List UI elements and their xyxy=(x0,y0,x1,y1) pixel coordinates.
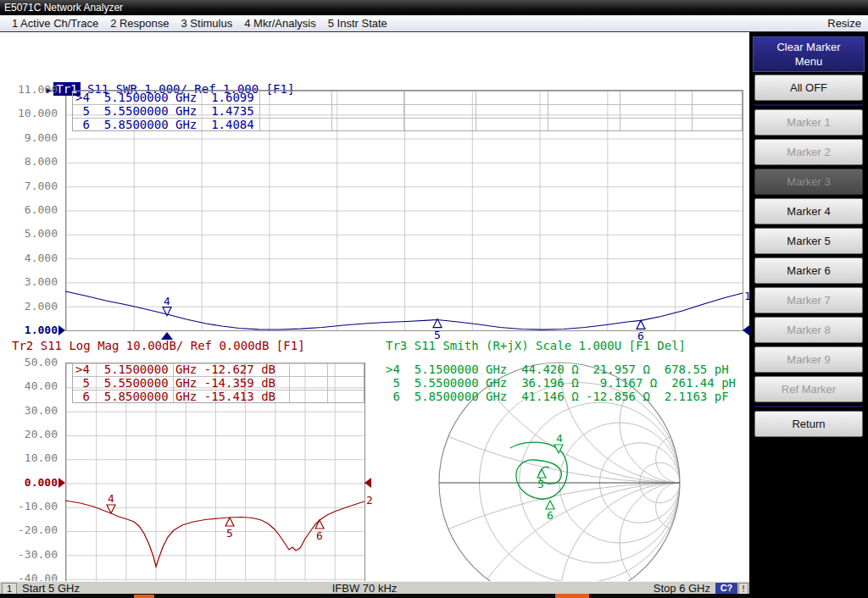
tr1-y-label: 4.000 xyxy=(5,252,58,264)
menu-item-instr-state[interactable]: 5 Instr State xyxy=(328,17,387,30)
tr2-ref-arrow-left-icon xyxy=(58,478,65,488)
tr2-y-label: 50.00 xyxy=(5,357,58,368)
tr1-ref-level-label: 1.000 xyxy=(5,324,58,336)
tr1-y-label: 9.000 xyxy=(5,132,58,144)
button-ref-marker[interactable]: Ref Marker xyxy=(754,376,863,402)
tr2-y-label: -10.00 xyxy=(5,501,58,512)
instrument-screen: E5071C Network Analyzer 1 Active Ch/Trac… xyxy=(0,0,868,598)
tr3-marker5-number: 5 xyxy=(537,478,544,490)
tr1-marker-row: 5 5.5500000 GHz 1.4735 xyxy=(75,104,254,118)
menu-item-mkr-analysis[interactable]: 4 Mkr/Analysis xyxy=(244,17,316,30)
button-marker-7[interactable]: Marker 7 xyxy=(754,287,863,313)
tr1-y-label: 6.000 xyxy=(5,204,58,216)
stop-frequency-label: Stop 6 GHz xyxy=(654,582,710,595)
tr1-y-label: 11.000 xyxy=(5,84,58,96)
tr3-marker4-icon[interactable] xyxy=(554,445,563,453)
menu-item-resize[interactable]: Resize xyxy=(827,15,861,31)
button-marker-1[interactable]: Marker 1 xyxy=(754,109,863,136)
tr3-marker5-icon[interactable] xyxy=(537,469,546,478)
tr2-ref-arrow-right-icon xyxy=(364,478,371,488)
tr3-marker4-number: 4 xyxy=(556,432,563,445)
tr2-y-label: -20.00 xyxy=(5,524,58,536)
tr1-y-label: 5.000 xyxy=(5,228,58,240)
ifbw-label: IFBW 70 kHz xyxy=(305,582,424,595)
menu-item-stimulus[interactable]: 3 Stimulus xyxy=(181,17,233,30)
tr2-marker-row: 6 5.8500000 GHz -15.413 dB xyxy=(75,390,275,403)
tr2-y-label: 30.00 xyxy=(5,405,58,417)
window-title: E5071C Network Analyzer xyxy=(4,2,123,14)
tr3-marker-row: >4 5.1500000 GHz 44.420 Ω 21.957 Ω 678.5… xyxy=(386,363,729,376)
status-bar: 1 Start 5 GHz IFBW 70 kHz Stop 6 GHz C? … xyxy=(0,581,749,595)
start-frequency-label: Start 5 GHz xyxy=(22,582,80,595)
tr1-ref-arrow-right-icon xyxy=(743,325,749,335)
tr2-end-label: 2 xyxy=(366,494,373,507)
tr2-y-label: 10.00 xyxy=(5,452,58,464)
tr1-marker-row: >4 5.1500000 GHz 1.6099 xyxy=(75,91,254,104)
tr1-marker-row: 6 5.8500000 GHz 1.4084 xyxy=(75,118,254,131)
tr2-ref-level-label: 0.000 xyxy=(5,477,58,489)
tr3-header[interactable]: Tr3 S11 Smith (R+jX) Scale 1.000U [F1 De… xyxy=(386,338,686,353)
tr2-header[interactable]: Tr2 S11 Log Mag 10.00dB/ Ref 0.000dB [F1… xyxy=(12,338,305,353)
tr3-marker-row: 6 5.8500000 GHz 41.146 Ω -12.856 Ω 2.116… xyxy=(386,390,729,403)
button-marker-6[interactable]: Marker 6 xyxy=(754,257,863,284)
tr1-y-label: 2.000 xyxy=(5,301,58,313)
softkey-separator xyxy=(754,104,863,106)
tr1-y-label: 7.000 xyxy=(5,180,58,192)
tr2-y-label: -30.00 xyxy=(5,549,58,561)
tr1-y-label: 3.000 xyxy=(5,276,58,288)
softkey-separator xyxy=(754,406,863,407)
menu-item-response[interactable]: 2 Response xyxy=(110,17,169,30)
softkey-menu-title: Clear Marker Menu xyxy=(753,36,865,72)
tr1-y-label: 8.000 xyxy=(5,156,58,168)
tr2-y-label: 40.00 xyxy=(5,380,58,392)
button-marker-5[interactable]: Marker 5 xyxy=(754,228,863,254)
window-bottom-edge xyxy=(0,594,749,598)
graph-area: ▶Tr1 S11 SWR 1.000/ Ref 1.000 [F1] Tr2 S… xyxy=(0,32,749,581)
softkey-sidebar: Clear Marker Menu All OFF Marker 1 Marke… xyxy=(749,32,868,598)
taskbar-peek-artifact xyxy=(134,595,154,598)
tr3-marker6-number: 6 xyxy=(547,509,554,522)
taskbar-peek-artifact xyxy=(555,594,589,598)
menu-item-active-ch-trace[interactable]: 1 Active Ch/Trace xyxy=(12,17,98,30)
button-all-off[interactable]: All OFF xyxy=(754,75,863,101)
correction-status-badge: C? xyxy=(715,583,737,594)
tr1-y-label: 10.000 xyxy=(5,108,58,119)
button-marker-3[interactable]: Marker 3 xyxy=(754,169,863,195)
channel-number-box: 1 xyxy=(2,583,17,595)
button-return[interactable]: Return xyxy=(754,411,863,437)
button-marker-4[interactable]: Marker 4 xyxy=(754,198,863,224)
button-marker-9[interactable]: Marker 9 xyxy=(754,346,863,373)
button-marker-2[interactable]: Marker 2 xyxy=(754,139,863,165)
tr2-marker-row: >4 5.1500000 GHz -12.627 dB xyxy=(75,363,275,376)
tr3-trace-path xyxy=(510,442,567,499)
tr1-ref-arrow-left-icon xyxy=(58,325,65,335)
menu-bar: 1 Active Ch/Trace 2 Response 3 Stimulus … xyxy=(0,15,868,32)
tr2-y-label: 20.00 xyxy=(5,429,58,440)
tr2-marker-row: 5 5.5500000 GHz -14.359 dB xyxy=(75,376,275,390)
tr3-marker-row: 5 5.5500000 GHz 36.196 Ω 9.1167 Ω 261.44… xyxy=(386,376,736,390)
tr3-marker6-icon[interactable] xyxy=(546,501,554,509)
window-title-bar: E5071C Network Analyzer xyxy=(0,0,868,15)
button-marker-8[interactable]: Marker 8 xyxy=(754,317,863,343)
